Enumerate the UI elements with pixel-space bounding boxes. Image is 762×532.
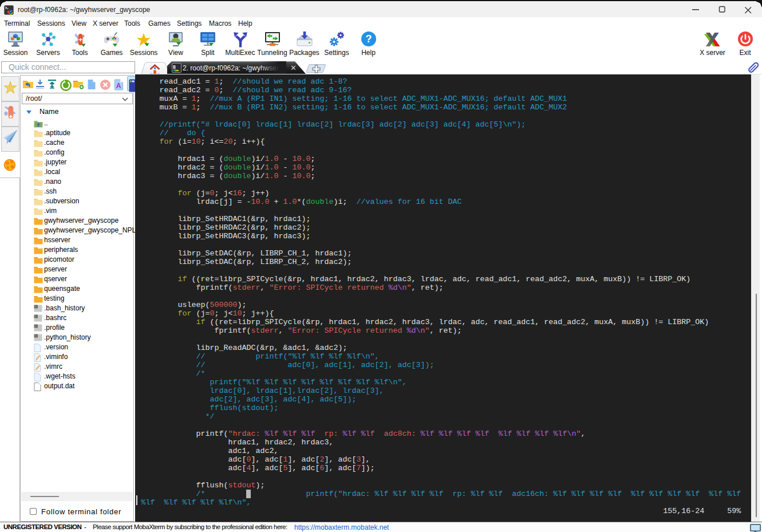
svg-text:A: A — [116, 82, 121, 90]
svg-text:B: B — [173, 64, 176, 69]
svg-text:?: ? — [365, 33, 372, 45]
